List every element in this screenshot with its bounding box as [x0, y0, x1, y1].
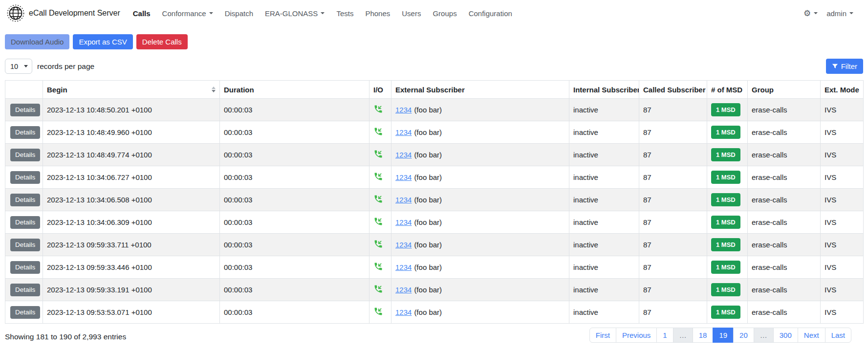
nav-item-phones[interactable]: Phones — [359, 5, 396, 22]
called-subscriber-cell: 87 — [639, 144, 707, 166]
col-called-subscriber[interactable]: Called Subscriber — [639, 81, 707, 99]
duration-cell: 00:00:03 — [220, 166, 369, 189]
table-row: Details 2023-12-13 09:53:53.071 +0100 00… — [5, 301, 864, 324]
incoming-call-icon — [373, 172, 383, 181]
page-previous[interactable]: Previous — [616, 328, 657, 343]
export-csv-button[interactable]: Export as CSV — [73, 34, 132, 49]
external-subscriber-name: (foo bar) — [414, 218, 442, 226]
page-1[interactable]: 1 — [656, 328, 673, 343]
external-subscriber-link[interactable]: 1234 — [395, 151, 412, 159]
called-subscriber-cell: 87 — [639, 166, 707, 189]
details-button[interactable]: Details — [10, 194, 40, 206]
details-button[interactable]: Details — [10, 126, 40, 139]
details-button[interactable]: Details — [10, 171, 40, 184]
details-button[interactable]: Details — [10, 239, 40, 251]
external-subscriber-link[interactable]: 1234 — [395, 128, 412, 136]
external-subscriber-name: (foo bar) — [414, 173, 442, 181]
details-button[interactable]: Details — [10, 216, 40, 229]
col-duration[interactable]: Duration — [220, 81, 369, 99]
delete-calls-button[interactable]: Delete Calls — [136, 34, 188, 49]
page-last[interactable]: Last — [825, 328, 851, 343]
nav-item-calls[interactable]: Calls — [127, 5, 156, 22]
page-300[interactable]: 300 — [773, 328, 798, 343]
external-subscriber-name: (foo bar) — [414, 263, 442, 271]
table-row: Details 2023-12-13 09:59:33.191 +0100 00… — [5, 279, 864, 301]
begin-cell: 2023-12-13 09:59:33.446 +0100 — [43, 256, 220, 279]
incoming-call-icon — [373, 262, 383, 271]
external-subscriber-name: (foo bar) — [414, 106, 442, 114]
msd-badge: 1 MSD — [711, 193, 740, 206]
nav-item-configuration[interactable]: Configuration — [463, 5, 518, 22]
page-18[interactable]: 18 — [693, 328, 714, 343]
internal-subscriber-cell: inactive — [569, 144, 639, 166]
group-cell: erase-calls — [748, 234, 821, 256]
details-button[interactable]: Details — [10, 149, 40, 161]
nav-item-users[interactable]: Users — [396, 5, 427, 22]
duration-cell: 00:00:03 — [220, 99, 369, 121]
nav-item-dispatch[interactable]: Dispatch — [219, 5, 259, 22]
table-row: Details 2023-12-13 10:34:06.727 +0100 00… — [5, 166, 864, 189]
nav-item-conformance[interactable]: Conformance — [156, 5, 219, 22]
group-cell: erase-calls — [748, 256, 821, 279]
table-row: Details 2023-12-13 10:48:49.774 +0100 00… — [5, 144, 864, 166]
page-19-active[interactable]: 19 — [713, 328, 734, 343]
external-subscriber-link[interactable]: 1234 — [395, 308, 412, 316]
ext-mode-cell: IVS — [821, 144, 864, 166]
ext-mode-cell: IVS — [821, 211, 864, 234]
app-title: eCall Development Server — [29, 9, 120, 18]
begin-cell: 2023-12-13 09:53:53.071 +0100 — [43, 301, 220, 324]
incoming-call-icon — [373, 104, 383, 114]
chevron-down-icon — [814, 12, 818, 14]
details-button[interactable]: Details — [10, 104, 40, 116]
download-audio-button[interactable]: Download Audio — [5, 34, 69, 49]
details-button[interactable]: Details — [10, 284, 40, 296]
duration-cell: 00:00:03 — [220, 121, 369, 144]
chevron-down-icon — [849, 12, 853, 14]
nav-item-era-glonass[interactable]: ERA-GLONASS — [259, 5, 330, 22]
page-size-select-wrap: 10 — [5, 59, 32, 74]
col-begin[interactable]: Begin — [43, 81, 220, 99]
external-subscriber-link[interactable]: 1234 — [395, 263, 412, 271]
group-cell: erase-calls — [748, 99, 821, 121]
external-subscriber-link[interactable]: 1234 — [395, 241, 412, 249]
internal-subscriber-cell: inactive — [569, 211, 639, 234]
col-msd[interactable]: # of MSD — [707, 81, 748, 99]
external-subscriber-link[interactable]: 1234 — [395, 173, 412, 181]
settings-dropdown[interactable]: ⚙ — [803, 8, 818, 18]
duration-cell: 00:00:03 — [220, 234, 369, 256]
external-subscriber-link[interactable]: 1234 — [395, 106, 412, 114]
ext-mode-cell: IVS — [821, 99, 864, 121]
external-subscriber-link[interactable]: 1234 — [395, 218, 412, 226]
col-group[interactable]: Group — [748, 81, 821, 99]
nav-item-tests[interactable]: Tests — [330, 5, 359, 22]
col-io[interactable]: I/O — [369, 81, 391, 99]
page-next[interactable]: Next — [798, 328, 825, 343]
internal-subscriber-cell: inactive — [569, 166, 639, 189]
external-subscriber-name: (foo bar) — [414, 286, 442, 294]
page-first[interactable]: First — [589, 328, 616, 343]
col-details — [5, 81, 43, 99]
nav-item-groups[interactable]: Groups — [427, 5, 462, 22]
external-subscriber-link[interactable]: 1234 — [395, 196, 412, 204]
details-button[interactable]: Details — [10, 306, 40, 319]
page-20[interactable]: 20 — [733, 328, 754, 343]
page-size-select[interactable]: 10 — [5, 59, 32, 74]
external-subscriber-name: (foo bar) — [414, 128, 442, 136]
msd-badge: 1 MSD — [711, 103, 740, 116]
details-button[interactable]: Details — [10, 261, 40, 274]
msd-badge: 1 MSD — [711, 171, 740, 184]
col-internal-subscriber[interactable]: Internal Subscriber — [569, 81, 639, 99]
navbar: eCall Development Server Calls Conforman… — [0, 0, 868, 26]
external-subscriber-name: (foo bar) — [414, 196, 442, 204]
col-ext-mode[interactable]: Ext. Mode — [821, 81, 864, 99]
table-row: Details 2023-12-13 09:59:33.446 +0100 00… — [5, 256, 864, 279]
msd-badge: 1 MSD — [711, 306, 740, 319]
group-cell: erase-calls — [748, 279, 821, 301]
external-subscriber-link[interactable]: 1234 — [395, 286, 412, 294]
ext-mode-cell: IVS — [821, 256, 864, 279]
user-dropdown[interactable]: admin — [826, 9, 853, 18]
sort-icon — [212, 87, 216, 92]
begin-cell: 2023-12-13 09:59:33.191 +0100 — [43, 279, 220, 301]
col-external-subscriber[interactable]: External Subscriber — [391, 81, 569, 99]
filter-button[interactable]: Filter — [826, 59, 863, 74]
